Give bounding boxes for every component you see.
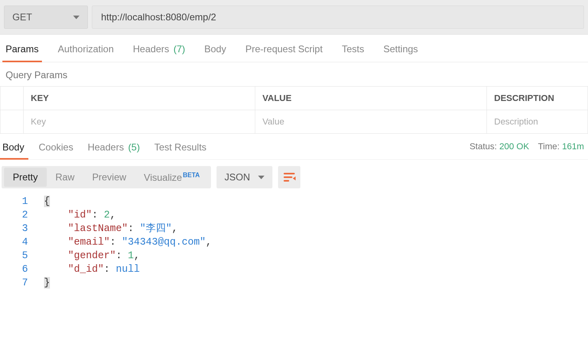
line-gutter: 1234567 (0, 192, 44, 292)
view-pretty-label: Pretty (13, 172, 38, 182)
view-visualize[interactable]: VisualizeBETA (135, 168, 209, 187)
response-tab-testresults-label: Test Results (154, 142, 207, 152)
response-tab-cookies[interactable]: Cookies (36, 142, 76, 159)
tab-authorization[interactable]: Authorization (58, 44, 114, 62)
tab-headers-label: Headers (133, 44, 169, 54)
tab-params-label: Params (6, 44, 39, 54)
view-visualize-label: Visualize (144, 172, 182, 183)
tab-tests-label: Tests (342, 44, 364, 54)
tab-body[interactable]: Body (205, 44, 226, 62)
response-tab-testresults[interactable]: Test Results (152, 142, 209, 159)
params-row-checkbox-cell[interactable] (0, 110, 24, 134)
view-raw-label: Raw (56, 172, 75, 182)
params-description-input[interactable] (494, 117, 580, 127)
tab-headers-count: (7) (173, 44, 185, 54)
wrap-lines-button[interactable] (278, 166, 300, 188)
view-raw[interactable]: Raw (47, 168, 83, 187)
tab-authorization-label: Authorization (58, 44, 114, 54)
params-header-description: DESCRIPTION (487, 87, 588, 110)
response-tab-headers-count: (5) (128, 142, 140, 152)
view-pretty[interactable]: Pretty (4, 168, 47, 187)
status-label: Status: (469, 141, 497, 151)
response-body-code[interactable]: { "id": 2, "lastName": "李四", "email": "3… (44, 192, 588, 292)
time-value: 161m (562, 141, 584, 151)
params-value-input[interactable] (262, 117, 479, 127)
view-preview[interactable]: Preview (83, 168, 135, 187)
request-tabs: Params Authorization Headers (7) Body Pr… (0, 35, 588, 62)
tab-prerequest[interactable]: Pre-request Script (245, 44, 322, 62)
wrap-lines-icon (284, 173, 295, 182)
response-tab-body-label: Body (2, 142, 24, 152)
response-tab-headers-label: Headers (87, 142, 124, 152)
params-header-value: VALUE (255, 87, 487, 110)
url-input[interactable] (92, 6, 584, 29)
tab-headers[interactable]: Headers (7) (133, 44, 185, 62)
response-bar: Body Cookies Headers (5) Test Results St… (0, 134, 588, 160)
http-method-label: GET (12, 12, 32, 23)
params-header-key: KEY (24, 87, 255, 110)
query-params-table: KEY VALUE DESCRIPTION (0, 86, 588, 134)
chevron-down-icon (73, 16, 79, 19)
response-tab-headers[interactable]: Headers (5) (85, 142, 142, 159)
tab-tests[interactable]: Tests (342, 44, 364, 62)
params-header-checkbox (0, 87, 24, 110)
query-params-title: Query Params (0, 62, 588, 86)
params-key-input[interactable] (31, 117, 248, 127)
chevron-down-icon (258, 176, 264, 179)
tab-body-label: Body (205, 44, 226, 54)
body-view-tabs: Pretty Raw Preview VisualizeBETA (2, 166, 211, 188)
view-controls: Pretty Raw Preview VisualizeBETA JSON (0, 160, 588, 192)
tab-settings-label: Settings (383, 44, 418, 54)
response-body-viewer: 1234567 { "id": 2, "lastName": "李四", "em… (0, 192, 588, 292)
time-label: Time: (538, 141, 560, 151)
body-format-label: JSON (224, 172, 250, 183)
response-tab-cookies-label: Cookies (39, 142, 74, 152)
response-meta: Status: 200 OK Time: 161m (469, 141, 584, 152)
response-tab-body[interactable]: Body (0, 142, 27, 159)
http-method-select[interactable]: GET (4, 6, 88, 29)
tab-prerequest-label: Pre-request Script (245, 44, 322, 54)
request-url-bar: GET (0, 0, 588, 35)
response-tabs: Body Cookies Headers (5) Test Results (0, 134, 209, 159)
table-row (0, 110, 588, 134)
status-value: 200 OK (499, 141, 529, 151)
beta-badge: BETA (183, 172, 200, 178)
tab-params[interactable]: Params (6, 44, 39, 62)
body-format-select[interactable]: JSON (217, 166, 272, 188)
view-preview-label: Preview (92, 172, 126, 182)
tab-settings[interactable]: Settings (383, 44, 418, 62)
